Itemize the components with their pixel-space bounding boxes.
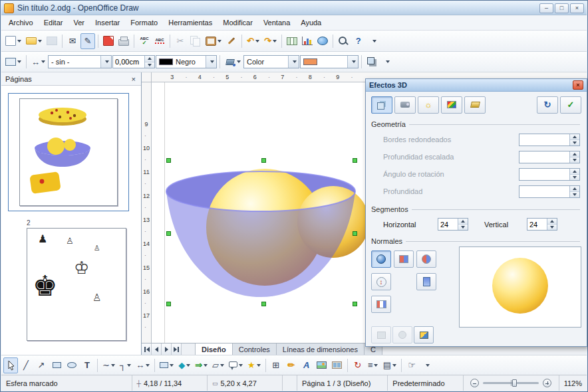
close-button[interactable]: × [570,3,584,13]
basic-shapes-button[interactable] [158,357,176,373]
fill-type-combobox[interactable]: Color [243,55,299,68]
dialog-close-button[interactable]: × [573,80,583,90]
3d-preview-box[interactable] [459,246,581,328]
zoom-slider-track[interactable] [483,382,539,384]
align-button[interactable]: ≡ [366,357,380,373]
chart-button[interactable] [300,33,315,49]
page-thumbnail-1[interactable] [8,93,129,211]
select-tool-button[interactable] [3,357,18,373]
normals-object-specific-button[interactable] [371,250,391,268]
position-size-button[interactable] [3,54,23,70]
menu-item[interactable]: Archivo [3,17,39,29]
fontwork-button[interactable]: A [299,357,314,373]
horizontal-segments-spinner[interactable] [438,218,468,231]
arrow-style-button[interactable]: ↔ [29,54,47,70]
undo-button[interactable]: ↶ [245,33,261,49]
page-thumbnail-2[interactable]: 2 ♟ ♙ ♙ ♔ ♚ ♙ [8,219,134,345]
auto-spellcheck-button[interactable]: ABC [152,33,167,49]
vertical-ruler[interactable]: 91011121314151617 [142,82,152,343]
edit-points-button[interactable]: ⊞ [269,357,283,373]
glue-points-button[interactable]: ✏ [284,357,299,373]
geometry-tab-button[interactable] [371,96,392,114]
title-bar[interactable]: Sin título 2.odg - OpenOffice Draw – □ × [1,1,587,15]
update-button[interactable]: ↻ [537,96,558,114]
stars-button[interactable]: ★ [245,357,263,373]
field-input[interactable] [519,134,569,146]
dropdown-button[interactable] [288,56,299,68]
minimize-button[interactable]: – [539,3,553,13]
redo-button[interactable]: ↷ [262,33,279,49]
rotate-button[interactable]: ↻ [351,357,365,373]
email-button[interactable]: ✉ [65,33,80,49]
menu-item[interactable]: Ayuda [295,17,327,29]
gallery-button[interactable] [330,357,345,373]
illumination-tab-button[interactable]: ☼ [418,96,439,114]
drawing-3d-bowl[interactable] [165,167,372,308]
zoom-in-button[interactable] [543,379,551,387]
layer-tab[interactable]: Controles [233,343,277,355]
field-spinner[interactable] [519,151,580,163]
menu-item[interactable]: Formato [125,17,163,29]
object-size-cell[interactable]: ▭ 5,20 x 4,27 [208,375,283,391]
dropdown-button[interactable] [347,56,358,68]
panel-close-icon[interactable]: × [130,75,137,83]
layer-tab[interactable]: Diseño [195,343,233,355]
insert-picture-button[interactable] [315,357,329,373]
shading-tab-button[interactable] [394,96,416,114]
save-button[interactable] [45,33,59,49]
toolbar-options-button[interactable] [420,357,434,373]
perspective-toggle-button[interactable] [414,326,434,343]
line-style-combobox[interactable]: - sin - [48,55,112,68]
ellipse-tool-button[interactable] [65,357,79,373]
help-button[interactable]: ? [351,33,366,49]
vertical-segments-spinner[interactable] [527,218,557,231]
flowchart-button[interactable]: ▱ [210,357,226,373]
callouts-button[interactable] [227,357,245,373]
next-page-tab-button[interactable] [162,343,172,355]
lines-arrows-button[interactable]: ↔ [134,357,152,373]
spin-buttons[interactable] [547,219,557,230]
double-sided-button[interactable] [371,296,391,313]
selection-handle[interactable] [353,302,357,306]
selection-handle[interactable] [261,158,266,163]
line-width-input[interactable] [113,56,144,68]
edit-file-button[interactable]: ✎ [80,33,95,49]
selection-handle[interactable] [353,231,357,236]
line-width-field[interactable] [112,55,155,68]
symbol-shapes-button[interactable]: ◆ [176,357,192,373]
first-page-tab-button[interactable] [142,343,152,355]
two-sided-illumination-button[interactable] [416,273,436,290]
menu-item[interactable]: Herramientas [163,17,218,29]
cursor-position-cell[interactable]: ┼ 4,18 / 11,34 [132,375,208,391]
maximize-button[interactable]: □ [555,3,569,13]
normals-spherical-button[interactable] [416,250,436,268]
field-spinner[interactable] [519,134,580,146]
field-input[interactable] [519,169,569,180]
previous-page-tab-button[interactable] [152,343,162,355]
assign-button[interactable]: ✓ [560,96,581,114]
last-page-tab-button[interactable] [172,343,182,355]
rectangle-tool-button[interactable] [49,357,64,373]
selection-handle[interactable] [166,231,171,236]
menu-item[interactable]: Ventana [258,17,295,29]
copy-button[interactable] [188,33,203,49]
material-tab-button[interactable] [464,96,486,114]
invert-normals-button[interactable]: ↕ [371,273,391,290]
textures-tab-button[interactable] [441,96,462,114]
selection-handle[interactable] [166,302,171,306]
spin-buttons[interactable] [458,219,468,230]
area-style-button[interactable] [223,54,243,70]
open-button[interactable] [24,33,44,49]
spin-buttons[interactable] [569,151,579,163]
line-tool-button[interactable]: ╱ [19,357,33,373]
normals-flat-button[interactable] [394,250,414,268]
spin-buttons[interactable] [569,134,579,146]
hyperlink-button[interactable] [315,33,330,49]
zoom-level[interactable]: 112% [559,375,587,391]
curve-tool-button[interactable]: ∼ [100,357,117,373]
convert-to-lathe-button[interactable] [392,326,412,343]
toolbar-options-button[interactable] [380,54,394,70]
table-button[interactable] [285,33,299,49]
page-indicator[interactable]: Página 1 / 3 (Diseño) [297,375,388,391]
export-pdf-button[interactable] [101,33,116,49]
